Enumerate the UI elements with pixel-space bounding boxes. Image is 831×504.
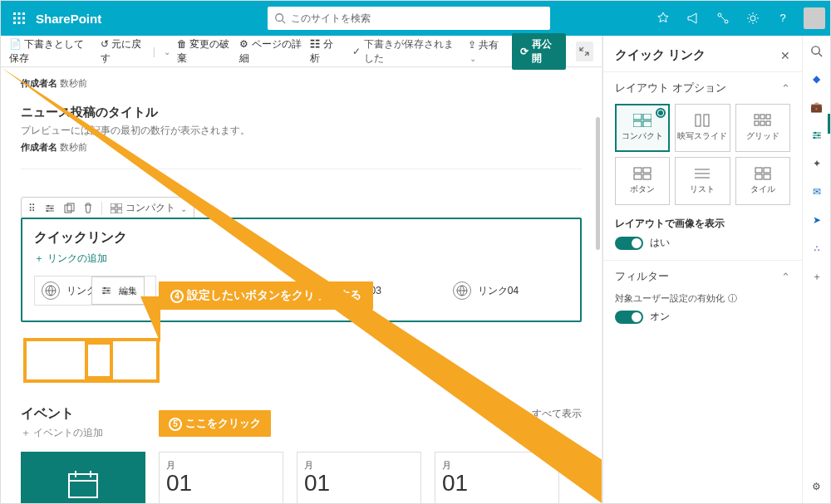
megaphone-icon[interactable] <box>679 5 707 32</box>
duplicate-icon[interactable] <box>64 203 75 213</box>
events-show-all[interactable]: すべて表示 <box>532 407 582 421</box>
discard-button[interactable]: 🗑 変更の破棄 <box>177 37 233 66</box>
app-name[interactable]: SharePoint <box>36 12 101 26</box>
help-icon[interactable]: ? <box>769 5 797 32</box>
svg-rect-43 <box>760 115 765 119</box>
info-icon[interactable]: ⓘ <box>728 292 737 305</box>
link-settings-icon[interactable] <box>99 283 114 298</box>
delete-icon[interactable] <box>83 203 93 213</box>
drag-handle-icon[interactable]: ⠿ <box>28 203 36 214</box>
analytics-button[interactable]: ☷ 分析 <box>310 37 339 66</box>
quicklinks-title[interactable]: クイックリンク <box>34 229 568 247</box>
svg-rect-51 <box>643 174 651 179</box>
svg-point-16 <box>47 204 50 207</box>
layout-section-header[interactable]: レイアウト オプション⌃ <box>615 81 790 95</box>
globe-icon <box>42 281 60 300</box>
rail-search-icon[interactable] <box>809 42 825 59</box>
undo-chevron-icon[interactable] <box>162 46 170 57</box>
collapse-icon[interactable] <box>576 42 593 61</box>
svg-point-28 <box>103 292 106 295</box>
rail-add-icon[interactable]: ＋ <box>809 268 825 285</box>
edit-webpart-icon[interactable] <box>44 203 56 214</box>
event-card[interactable]: 月01 <box>159 452 283 503</box>
layout-option-filmstrip[interactable]: 映写スライド <box>675 104 730 152</box>
rail-briefcase-icon[interactable]: 💼 <box>809 99 825 115</box>
layout-option-compact[interactable]: コンパクト <box>615 104 670 152</box>
svg-point-18 <box>47 209 49 212</box>
republish-button[interactable]: ⟳ 再公開 <box>512 33 566 70</box>
events-title[interactable]: イベント <box>21 405 74 423</box>
saved-status: ✓ 下書きが保存されました <box>352 37 460 66</box>
rail-settings-icon[interactable]: ⚙ <box>809 478 825 495</box>
svg-rect-46 <box>760 121 765 125</box>
svg-line-10 <box>283 21 286 24</box>
callout-pointer <box>140 296 160 343</box>
user-avatar[interactable] <box>804 7 825 29</box>
scrollbar-thumb[interactable] <box>596 117 600 250</box>
divider <box>21 169 582 169</box>
svg-point-63 <box>813 137 815 139</box>
layout-option-list[interactable]: リスト <box>675 157 730 205</box>
quicklink-item[interactable]: リンク 編集 <box>34 276 156 306</box>
event-card[interactable]: 月01 <box>435 452 559 503</box>
filter-section-header[interactable]: フィルター⌃ <box>615 269 790 284</box>
save-draft-button[interactable]: 📄 下書きとして保存 <box>9 37 94 66</box>
search-box[interactable]: このサイトを検索 <box>268 7 550 30</box>
layout-option-grid[interactable]: グリッド <box>735 104 790 152</box>
event-card[interactable] <box>21 452 145 503</box>
connector-icon[interactable] <box>709 5 737 32</box>
svg-rect-49 <box>643 168 651 173</box>
layout-option-button[interactable]: ボタン <box>615 157 670 205</box>
svg-text:?: ? <box>779 12 785 24</box>
link-edit-label[interactable]: 編集 <box>119 285 137 297</box>
quicklink-item[interactable]: リンク04 <box>446 276 568 306</box>
add-event-button[interactable]: ＋ イベントの追加 <box>21 426 582 440</box>
settings-icon[interactable] <box>739 5 767 32</box>
premium-icon[interactable] <box>649 5 677 32</box>
svg-rect-6 <box>13 22 16 24</box>
layout-dropdown[interactable]: コンパクト <box>111 201 187 215</box>
link-edit-toolbar: 編集 <box>91 276 145 305</box>
svg-rect-38 <box>633 121 642 127</box>
rail-outlook-icon[interactable]: ✉ <box>809 183 825 200</box>
news-title[interactable]: ニュース投稿のタイトル <box>21 105 582 120</box>
page-details-button[interactable]: ⚙ ページの詳細 <box>239 37 303 66</box>
svg-point-9 <box>276 14 283 22</box>
close-pane-icon[interactable]: ✕ <box>780 49 790 62</box>
compact-layout-icon <box>111 203 122 213</box>
tutorial-callout-5: 5ここをクリック <box>159 410 271 437</box>
svg-rect-56 <box>764 168 770 173</box>
rail-send-icon[interactable]: ➤ <box>809 212 825 228</box>
svg-point-62 <box>817 135 819 137</box>
rail-teams-icon[interactable]: ⛬ <box>809 240 825 257</box>
svg-rect-57 <box>755 174 762 179</box>
pane-title: クイック リンク✕ <box>615 47 790 63</box>
page-canvas: 作成者名 数秒前 ニュース投稿のタイトル プレビューには記事の最初の数行が表示さ… <box>1 67 602 503</box>
svg-rect-32 <box>69 474 97 497</box>
app-launcher-icon[interactable] <box>6 5 32 32</box>
svg-rect-8 <box>22 22 25 24</box>
svg-point-61 <box>814 132 816 135</box>
undo-button[interactable]: ↺ 元に戻す <box>101 37 146 66</box>
svg-point-27 <box>107 290 110 292</box>
svg-point-14 <box>750 16 755 21</box>
event-card[interactable]: 月01 <box>297 452 421 503</box>
properties-pane: クイック リンク✕ レイアウト オプション⌃ コンパクト 映写スライド グリッド… <box>602 36 802 503</box>
svg-rect-22 <box>117 203 122 208</box>
rail-copilot-icon[interactable]: ◆ <box>809 71 825 87</box>
svg-rect-41 <box>704 115 709 126</box>
svg-rect-37 <box>643 114 652 120</box>
audience-toggle[interactable] <box>615 311 643 324</box>
show-image-toggle[interactable] <box>615 237 643 250</box>
svg-rect-0 <box>13 12 16 15</box>
rail-sliders-icon[interactable] <box>809 127 825 144</box>
svg-rect-4 <box>18 17 21 20</box>
layout-option-tile[interactable]: タイル <box>735 157 790 205</box>
svg-point-26 <box>104 287 106 290</box>
rail-magic-icon[interactable]: ✦ <box>809 155 825 172</box>
svg-rect-19 <box>65 205 71 213</box>
news-author-meta: 作成者名 数秒前 <box>21 141 582 154</box>
svg-rect-21 <box>111 203 116 208</box>
share-button[interactable]: ⇪ 共有 <box>468 38 505 64</box>
search-placeholder: このサイトを検索 <box>291 12 371 26</box>
